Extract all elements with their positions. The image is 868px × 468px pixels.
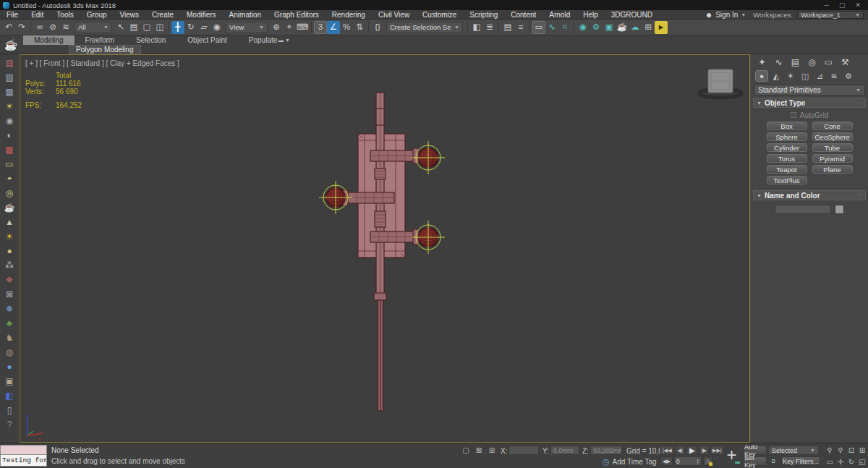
teapot-button[interactable]: Teapot xyxy=(767,165,807,174)
selection-lock-toggle[interactable]: ⊠ xyxy=(474,446,484,455)
menu-edit[interactable]: Edit xyxy=(25,10,50,20)
zoom-all-icon[interactable]: ⚲ xyxy=(835,445,846,456)
undo-icon[interactable]: ↶ xyxy=(2,21,15,34)
menu-views[interactable]: Views xyxy=(114,10,146,20)
maximize-button[interactable]: ▢ xyxy=(839,1,846,9)
layer-explorer-toggle-icon[interactable]: ≡ xyxy=(514,21,527,34)
color-settings-icon[interactable]: ▩ xyxy=(1,142,18,157)
menu-animation[interactable]: Animation xyxy=(223,10,268,20)
panel-tab-create[interactable]: + xyxy=(755,56,769,68)
ribbon-toggle-icon[interactable]: ▭ xyxy=(532,21,545,34)
gizmo-tool-icon[interactable]: ⊠ xyxy=(1,287,18,302)
maxscript-mini-listener[interactable]: Testing for i xyxy=(0,445,47,467)
pyramid-button[interactable]: Pyramid xyxy=(812,154,853,163)
ring-tool-icon[interactable]: ◎ xyxy=(1,186,18,200)
menu-file[interactable]: File xyxy=(0,10,25,20)
scene-explorer-toggle-icon[interactable]: ▤ xyxy=(501,21,514,34)
creature-tool-icon[interactable]: ♞ xyxy=(1,331,18,345)
object-name-field[interactable] xyxy=(775,205,831,214)
polygon-modeling-panel-tab[interactable]: Polygon Modeling xyxy=(69,45,141,54)
render-setup-icon[interactable]: ⚙ xyxy=(590,21,603,34)
autogrid-checkbox[interactable]: AutoGrid xyxy=(751,109,868,121)
menu-graph-editors[interactable]: Graph Editors xyxy=(268,10,326,20)
bind-to-space-warp-icon[interactable]: ≋ xyxy=(59,21,72,34)
listener-macro-pane[interactable] xyxy=(0,445,47,455)
menu-create[interactable]: Create xyxy=(145,10,180,20)
percent-snap-icon[interactable]: % xyxy=(340,21,353,34)
menu-modifiers[interactable]: Modifiers xyxy=(180,10,223,20)
listener-script-pane[interactable]: Testing for i xyxy=(0,455,47,467)
category-systems[interactable]: ⚙ xyxy=(842,70,855,82)
render-production-icon[interactable]: ☕ xyxy=(616,21,629,34)
zoom-region-icon[interactable]: ▭ xyxy=(825,456,835,467)
window-crossing-icon[interactable]: ◫ xyxy=(153,21,166,34)
time-configuration-button[interactable]: ◷ xyxy=(703,456,712,466)
rendered-frame-icon[interactable]: ▣ xyxy=(603,21,616,34)
rock-tool-icon[interactable]: ❅ xyxy=(1,302,18,316)
panel-tab-display[interactable]: ▭ xyxy=(822,56,835,68)
ribbon-tab-selection[interactable]: Selection xyxy=(125,35,176,45)
sphere-button[interactable]: Sphere xyxy=(767,132,807,141)
y-coordinate-field[interactable]: 0,0mm xyxy=(550,446,579,455)
help-icon[interactable]: ? xyxy=(1,417,18,432)
set-key-button[interactable]: Set Key xyxy=(744,456,767,466)
redo-icon[interactable]: ↷ xyxy=(15,21,28,34)
select-and-rotate-icon[interactable]: ↻ xyxy=(184,21,197,34)
sun-tool-icon[interactable]: ☀ xyxy=(1,229,18,244)
curve-editor-icon[interactable]: ∿ xyxy=(545,21,558,34)
spray-tool-icon[interactable]: ⁂ xyxy=(1,258,18,273)
workspace-dropdown[interactable]: Workspace_1 ▼ xyxy=(797,11,864,19)
play-button[interactable]: ▶ xyxy=(686,446,698,455)
mirror-icon[interactable]: ◧ xyxy=(470,21,483,34)
current-frame-field[interactable]: 0 ▲▼ xyxy=(674,456,702,466)
material-editor-icon[interactable]: ◉ xyxy=(576,21,590,34)
menu-arnold[interactable]: Arnold xyxy=(542,10,576,20)
set-keys-button[interactable]: + xyxy=(722,445,741,466)
angle-snap-icon[interactable]: ∠ xyxy=(327,21,340,34)
composite-icon[interactable]: ◧ xyxy=(1,388,18,403)
sign-in-button[interactable]: ☻ Sign In ▼ xyxy=(702,11,749,19)
category-cameras[interactable]: ◫ xyxy=(799,70,812,82)
menu-3dground[interactable]: 3DGROUND xyxy=(605,10,659,20)
panel-tab-utilities[interactable]: ⚒ xyxy=(838,56,852,68)
torus-button[interactable]: Torus xyxy=(767,154,807,163)
render-flags-icon[interactable]: ⊞ xyxy=(642,21,655,34)
tube-button[interactable]: Tube xyxy=(812,143,853,152)
dome-tool-icon[interactable]: ◓ xyxy=(1,171,18,186)
select-and-manipulate-icon[interactable]: ⌖ xyxy=(283,21,296,34)
foliage-tool-icon[interactable]: ♣ xyxy=(1,316,18,331)
zoom-icon[interactable]: ⚲ xyxy=(825,445,835,456)
category-geometry[interactable]: ● xyxy=(755,70,768,82)
next-frame-button[interactable]: |▶ xyxy=(699,446,709,455)
key-filters-icon[interactable]: ¤ xyxy=(768,456,778,466)
add-time-tag[interactable]: ◷ Add Time Tag xyxy=(603,457,657,467)
cone-button[interactable]: Cone xyxy=(812,122,853,130)
camera-tools-icon[interactable]: ◉ xyxy=(1,114,18,128)
cylinder-button[interactable]: Cylinder xyxy=(767,143,807,152)
minimize-button[interactable]: ─ xyxy=(825,1,829,9)
viewport-label[interactable]: [ + ] [ Front ] [ Standard ] [ Clay + Ed… xyxy=(25,59,179,67)
unlink-selection-icon[interactable]: ⊘ xyxy=(46,21,59,34)
category-helpers[interactable]: ⊿ xyxy=(813,70,826,82)
named-selection-set-dropdown[interactable]: Create Selection Se▼ xyxy=(386,22,463,33)
render-cloud-icon[interactable]: ☁ xyxy=(629,21,642,34)
scene-explorer-icon[interactable]: ▥ xyxy=(1,70,18,85)
plane-button[interactable]: Plane xyxy=(812,165,853,174)
primitive-category-dropdown[interactable]: Standard Primitives ▼ xyxy=(754,85,865,95)
bitmap-icon[interactable]: ▣ xyxy=(1,374,18,388)
menu-group[interactable]: Group xyxy=(80,10,114,20)
object-color-swatch[interactable] xyxy=(835,205,844,214)
category-lights[interactable]: ☀ xyxy=(784,70,797,82)
ribbon-overflow-button[interactable]: ▬ ▼ xyxy=(275,35,294,45)
molecule-tool-icon[interactable]: ❖ xyxy=(1,273,18,287)
snaps-toggle-icon[interactable]: 3 xyxy=(314,21,327,34)
viewport-canvas[interactable]: x xyxy=(20,54,750,443)
asset-tracking-icon[interactable]: ▤ xyxy=(1,56,18,70)
open-max-icon[interactable]: ▸ xyxy=(655,21,668,34)
ribbon-tab-freeform[interactable]: Freeform xyxy=(75,35,126,45)
menu-scripting[interactable]: Scripting xyxy=(463,10,504,20)
menu-tools[interactable]: Tools xyxy=(50,10,80,20)
keyboard-override-icon[interactable]: ⌨ xyxy=(296,21,309,34)
document-icon[interactable]: ▯ xyxy=(1,403,18,417)
select-and-move-icon[interactable]: ╋ xyxy=(171,21,184,34)
